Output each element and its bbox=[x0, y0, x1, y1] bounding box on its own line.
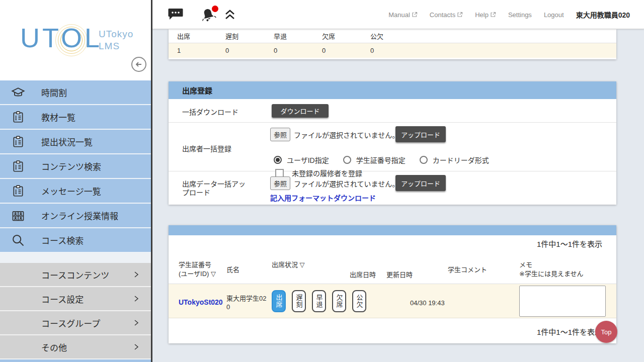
sidebar-item-course-group[interactable]: コースグループ bbox=[0, 311, 151, 335]
nav-link-manual[interactable]: Manual bbox=[388, 11, 418, 19]
section-title: 出席登録 bbox=[182, 85, 212, 96]
status-button-late[interactable]: 遅刻 bbox=[292, 290, 306, 312]
status-button-absent[interactable]: 欠席 bbox=[332, 290, 346, 312]
current-user-name: 東大用教職員020 bbox=[576, 10, 630, 20]
chevron-right-icon bbox=[133, 343, 140, 350]
result-count-text: 1件中1〜1件を表示 bbox=[537, 326, 602, 337]
sidebar-item-others[interactable]: その他 bbox=[0, 335, 151, 359]
sidebar-item-timetable[interactable]: 時間割 bbox=[0, 80, 151, 105]
column-attendance-status[interactable]: 出席状況 ▽ bbox=[272, 260, 305, 269]
result-count-text: 1件中1〜1件を表示 bbox=[537, 238, 602, 249]
utol-logo-subtitle: UTokyo LMS bbox=[99, 28, 133, 52]
sidebar-item-messages[interactable]: メッセージ一覧 bbox=[0, 179, 151, 204]
nav-link-help[interactable]: Help bbox=[475, 11, 496, 19]
student-name: 東大用学生020 bbox=[226, 294, 269, 311]
notifications-bell-icon[interactable] bbox=[200, 7, 217, 23]
status-button-present[interactable]: 出席 bbox=[272, 290, 286, 312]
clipboard-icon bbox=[11, 159, 25, 173]
summary-header-row: 出席 遅刻 早退 欠席 公欠 bbox=[169, 29, 616, 43]
bulk-download-label: 一括ダウンロード bbox=[182, 107, 238, 117]
radio-user-id[interactable] bbox=[274, 156, 282, 164]
logo-area: UTOL UTokyo LMS bbox=[0, 0, 151, 80]
radio-card-reader-format[interactable] bbox=[420, 156, 428, 164]
summary-header-cell: 早退 bbox=[274, 31, 322, 41]
radio-label: 学生証番号指定 bbox=[356, 155, 406, 165]
browse-file-button[interactable]: 参照 bbox=[270, 176, 290, 190]
browse-file-button[interactable]: 参照 bbox=[270, 128, 290, 141]
status-button-excused-absence[interactable]: 公欠 bbox=[352, 290, 366, 312]
utol-lms-page: UTOL UTokyo LMS 時間割 教材一覧 提出状況 bbox=[0, 0, 644, 362]
sidebar-item-label: コンテンツ検索 bbox=[41, 160, 101, 172]
sidebar-item-content-search[interactable]: コンテンツ検索 bbox=[0, 154, 151, 179]
chevron-right-icon bbox=[133, 319, 140, 326]
collapse-sidebar-button[interactable] bbox=[131, 57, 146, 72]
back-arrow-icon bbox=[135, 60, 143, 68]
attendance-summary-table: 出席 遅刻 早退 欠席 公欠 1 0 0 0 0 bbox=[169, 29, 616, 59]
nav-link-settings[interactable]: Settings bbox=[508, 11, 532, 19]
nav-link-label: Settings bbox=[508, 11, 532, 19]
column-student-id[interactable]: 学生証番号 (ユーザID) ▽ bbox=[179, 260, 216, 279]
sidebar-item-materials[interactable]: 教材一覧 bbox=[0, 105, 151, 130]
memo-textarea[interactable] bbox=[519, 286, 606, 317]
logo-subtitle-line1: UTokyo bbox=[99, 28, 133, 40]
no-file-selected-text: ファイルが選択されていません。 bbox=[294, 130, 399, 140]
student-attendance-panel: 1件中1〜1件を表示 学生証番号 (ユーザID) ▽ 氏名 出席状況 ▽ 出席日… bbox=[169, 225, 616, 343]
sidebar: UTOL UTokyo LMS 時間割 教材一覧 提出状況 bbox=[0, 0, 151, 362]
column-update-time: 更新日時 bbox=[386, 270, 413, 280]
student-table-header-row: 学生証番号 (ユーザID) ▽ 氏名 出席状況 ▽ 出席日時 更新日時 学生コメ… bbox=[169, 256, 616, 284]
summary-value-cell: 0 bbox=[274, 47, 322, 54]
sidebar-item-course-settings[interactable]: コース設定 bbox=[0, 287, 151, 311]
attendee-bulk-register-label: 出席者一括登録 bbox=[182, 143, 231, 153]
student-id-link[interactable]: UTokyoSt020 bbox=[179, 298, 223, 306]
attendance-data-upload-label: 出席データ一括アップロード bbox=[182, 180, 250, 197]
sidebar-item-label: オンライン授業情報 bbox=[41, 209, 118, 222]
summary-value-cell: 0 bbox=[225, 47, 274, 54]
sidebar-item-online-class-info[interactable]: オンライン授業情報 bbox=[0, 204, 151, 228]
sidebar-item-label: その他 bbox=[41, 341, 67, 353]
external-link-icon bbox=[412, 12, 418, 18]
no-file-selected-text: ファイルが選択されていません。 bbox=[294, 178, 399, 189]
nav-link-label: Manual bbox=[388, 11, 410, 19]
sidebar-item-label: メッセージ一覧 bbox=[41, 185, 101, 197]
status-button-early-leave[interactable]: 早退 bbox=[312, 290, 326, 312]
scroll-to-top-button[interactable]: Top bbox=[595, 321, 617, 343]
external-link-icon bbox=[490, 12, 496, 18]
chevron-right-icon bbox=[133, 295, 140, 302]
chevron-right-icon bbox=[133, 271, 140, 278]
format-download-link[interactable]: 記入用フォーマットダウンロード bbox=[270, 193, 376, 203]
download-button[interactable]: ダウンロード bbox=[272, 104, 329, 118]
radio-student-card-number[interactable] bbox=[343, 156, 351, 164]
column-label-sortable: (ユーザID) ▽ bbox=[179, 269, 216, 279]
nav-link-logout[interactable]: Logout bbox=[544, 11, 564, 19]
radio-label: カードリーダ形式 bbox=[433, 155, 489, 165]
sidebar-spacer bbox=[0, 253, 151, 263]
summary-value-cell: 1 bbox=[177, 47, 225, 54]
column-note: ※学生には見えません bbox=[519, 269, 584, 279]
nav-link-contacts[interactable]: Contacts bbox=[430, 11, 463, 19]
notification-badge-dot bbox=[212, 6, 218, 12]
chat-messages-icon[interactable] bbox=[168, 7, 184, 21]
sidebar-item-course-contents[interactable]: コースコンテンツ bbox=[0, 263, 151, 287]
sidebar-item-submission-status[interactable]: 提出状況一覧 bbox=[0, 130, 151, 154]
upload-button[interactable]: アップロード bbox=[395, 175, 446, 191]
column-memo: メモ ※学生には見えません bbox=[519, 260, 584, 279]
column-attend-time: 出席日時 bbox=[350, 270, 376, 280]
bulk-download-row: 一括ダウンロード ダウンロード bbox=[169, 99, 616, 123]
attendance-data-upload-row: 出席データ一括アップロード 参照 ファイルが選択されていません。 アップロード … bbox=[169, 171, 616, 205]
sidebar-item-label: 教材一覧 bbox=[41, 111, 75, 123]
utol-logo: UTOL bbox=[20, 22, 102, 53]
upload-button[interactable]: アップロード bbox=[395, 126, 446, 142]
summary-header-cell: 遅刻 bbox=[225, 31, 274, 41]
graduation-cap-icon bbox=[11, 85, 25, 100]
sidebar-item-label: コース検索 bbox=[41, 234, 84, 246]
sidebar-item-course-search[interactable]: コース検索 bbox=[0, 228, 151, 253]
attendee-bulk-register-row: 出席者一括登録 参照 ファイルが選択されていません。 アップロード ユーザID指… bbox=[169, 123, 616, 171]
clipboard-icon bbox=[11, 110, 25, 124]
main-content: 出席 遅刻 早退 欠席 公欠 1 0 0 0 0 出席登録 一括ダウンロード ダ… bbox=[152, 29, 644, 362]
external-link-icon bbox=[457, 12, 463, 18]
column-student-comment: 学生コメント bbox=[448, 265, 487, 275]
collapse-topbar-icon[interactable] bbox=[224, 9, 235, 21]
column-name: 氏名 bbox=[226, 265, 239, 275]
sidebar-item-label: コースコンテンツ bbox=[41, 268, 109, 281]
summary-value-cell: 0 bbox=[370, 47, 419, 54]
